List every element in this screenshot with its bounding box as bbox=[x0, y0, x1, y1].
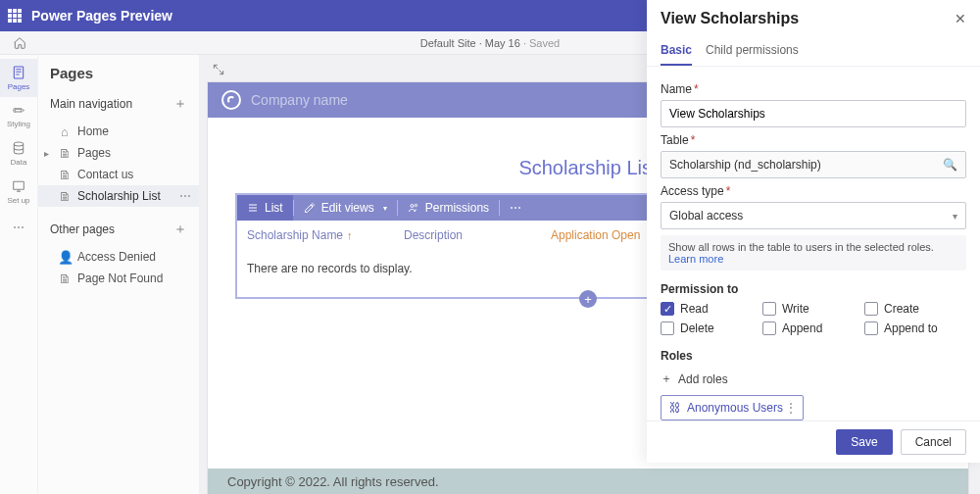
tree-home[interactable]: ⌂ Home bbox=[38, 121, 199, 142]
rail-pages[interactable]: Pages bbox=[0, 59, 37, 97]
tree-access-denied[interactable]: 👤 Access Denied bbox=[38, 246, 199, 268]
table-label: Table bbox=[661, 133, 689, 147]
perm-delete[interactable]: Delete bbox=[661, 321, 762, 335]
access-type-select[interactable]: Global access ▾ bbox=[661, 202, 966, 229]
checkbox-icon bbox=[864, 302, 878, 316]
name-input[interactable] bbox=[661, 100, 966, 127]
role-icon: ⛓ bbox=[669, 401, 681, 415]
brand-logo-icon bbox=[221, 90, 241, 110]
access-type-hint: Show all rows in the table to users in t… bbox=[661, 235, 966, 271]
svg-point-2 bbox=[14, 142, 23, 146]
chevron-down-icon: ▾ bbox=[383, 204, 387, 213]
role-anonymous[interactable]: ⛓ Anonymous Users ⋮ bbox=[661, 395, 804, 420]
app-title: Power Pages Preview bbox=[31, 8, 172, 24]
checkbox-icon bbox=[864, 321, 878, 335]
checkbox-icon bbox=[661, 321, 674, 335]
col-description[interactable]: Description bbox=[404, 228, 551, 242]
other-pages-label: Other pages bbox=[50, 222, 115, 236]
perm-append-to[interactable]: Append to bbox=[864, 321, 966, 335]
learn-more-link[interactable]: Learn more bbox=[668, 253, 723, 265]
toolbar-list[interactable]: List bbox=[237, 195, 293, 221]
checkbox-checked-icon: ✓ bbox=[661, 302, 674, 316]
main-nav-label: Main navigation bbox=[50, 97, 132, 111]
add-main-nav-page[interactable]: ＋ bbox=[173, 95, 187, 113]
name-label: Name bbox=[661, 82, 692, 96]
perm-append[interactable]: Append bbox=[762, 321, 864, 335]
chevron-down-icon: ▾ bbox=[953, 211, 957, 222]
access-type-label: Access type bbox=[661, 184, 724, 198]
page-icon: 🗎 bbox=[58, 168, 72, 182]
perm-read[interactable]: ✓Read bbox=[661, 302, 762, 316]
tree-pages[interactable]: ▸ 🗎 Pages bbox=[38, 142, 199, 164]
tree-not-found[interactable]: 🗎 Page Not Found bbox=[38, 268, 199, 289]
person-icon: 👤 bbox=[58, 250, 72, 265]
save-button[interactable]: Save bbox=[836, 429, 892, 455]
home-page-icon: ⌂ bbox=[58, 124, 72, 139]
rail-styling[interactable]: ✏ Styling bbox=[0, 97, 37, 134]
rail-setup[interactable]: Set up bbox=[0, 173, 37, 211]
svg-point-4 bbox=[411, 205, 414, 208]
perm-write[interactable]: Write bbox=[762, 302, 864, 316]
pages-panel: Pages Main navigation ＋ ⌂ Home ▸ 🗎 Pages… bbox=[38, 55, 200, 494]
table-lookup[interactable]: Scholarship (nd_scholarship) 🔍 bbox=[661, 151, 966, 178]
plus-icon: ＋ bbox=[661, 370, 672, 387]
svg-rect-3 bbox=[14, 181, 24, 189]
home-icon[interactable] bbox=[13, 36, 26, 50]
toolbar-permissions[interactable]: Permissions bbox=[398, 195, 499, 221]
flyout-title: View Scholarships bbox=[661, 10, 799, 27]
canvas-expand-icon[interactable] bbox=[212, 63, 225, 76]
checkbox-icon bbox=[762, 321, 776, 335]
roles-label: Roles bbox=[661, 349, 966, 363]
svg-rect-1 bbox=[14, 67, 23, 78]
sort-asc-icon[interactable]: ↑ bbox=[347, 229, 353, 241]
perm-create[interactable]: Create bbox=[864, 302, 966, 316]
toolbar-edit-views[interactable]: Edit views▾ bbox=[294, 195, 397, 221]
toolbar-more[interactable]: ⋯ bbox=[500, 201, 531, 215]
page-icon: 🗎 bbox=[58, 146, 72, 161]
add-roles-button[interactable]: ＋Add roles bbox=[661, 370, 966, 387]
chevron-right-icon[interactable]: ▸ bbox=[44, 148, 49, 159]
role-more-icon[interactable]: ⋮ bbox=[785, 401, 797, 415]
add-other-page[interactable]: ＋ bbox=[173, 221, 187, 238]
tree-scholarship-list[interactable]: 🗎 Scholarship List bbox=[38, 185, 199, 207]
pages-panel-title: Pages bbox=[38, 55, 199, 89]
permission-to-label: Permission to bbox=[661, 282, 966, 296]
close-icon[interactable]: ✕ bbox=[955, 11, 966, 26]
col-scholarship-name[interactable]: Scholarship Name bbox=[247, 228, 343, 242]
tab-child-permissions[interactable]: Child permissions bbox=[706, 37, 799, 66]
tab-basic[interactable]: Basic bbox=[661, 37, 692, 66]
rail-more[interactable]: ⋯ bbox=[0, 215, 37, 240]
tree-contact[interactable]: 🗎 Contact us bbox=[38, 164, 199, 185]
page-icon: 🗎 bbox=[58, 272, 72, 286]
checkbox-icon bbox=[762, 302, 776, 316]
brand-name[interactable]: Company name bbox=[251, 92, 348, 108]
app-launcher-icon[interactable] bbox=[8, 9, 22, 23]
rail-data[interactable]: Data bbox=[0, 134, 37, 173]
site-footer: Copyright © 2022. All rights reserved. bbox=[208, 469, 968, 494]
page-icon: 🗎 bbox=[58, 189, 72, 204]
svg-point-5 bbox=[415, 204, 416, 206]
add-section-button[interactable]: + bbox=[579, 290, 597, 308]
search-icon: 🔍 bbox=[943, 158, 957, 172]
permissions-flyout: View Scholarships ✕ Basic Child permissi… bbox=[647, 0, 980, 463]
cancel-button[interactable]: Cancel bbox=[901, 429, 966, 455]
left-rail: Pages ✏ Styling Data Set up ⋯ bbox=[0, 55, 38, 494]
